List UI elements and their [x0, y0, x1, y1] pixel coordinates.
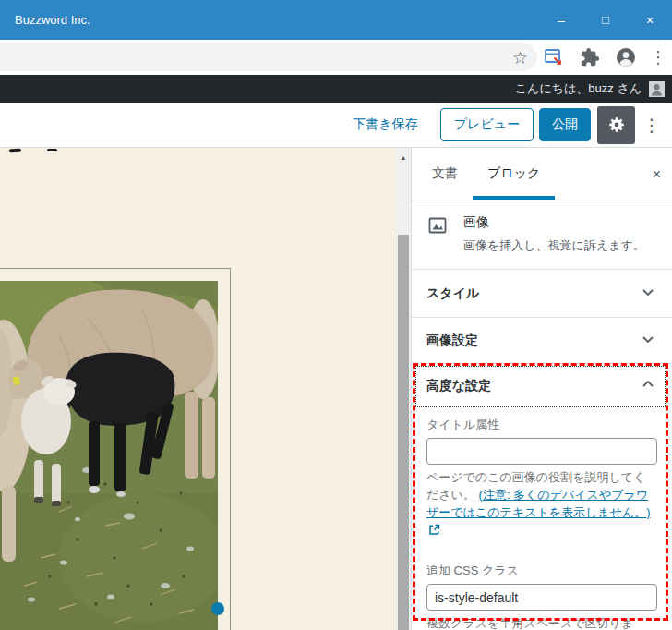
editor-content: ▲ 文書 ブロック × 画像 — [0, 148, 672, 630]
panel-image-settings[interactable]: 画像設定 — [412, 318, 672, 364]
css-class-input[interactable] — [426, 584, 657, 611]
block-title: 画像 — [463, 214, 645, 231]
user-avatar-icon[interactable] — [649, 81, 665, 97]
sidebar-close-button[interactable]: × — [653, 148, 661, 200]
triangle-up-icon: ▲ — [401, 154, 407, 161]
block-card: 画像 画像を挿入し、視覚に訴えます。 — [412, 200, 672, 270]
browser-toolbar-icons: ⋮ — [542, 40, 666, 75]
publish-button[interactable]: 公開 — [539, 108, 591, 141]
clipped-toolbar-fragment — [47, 149, 57, 151]
title-attr-label: タイトル属性 — [426, 417, 657, 433]
panel-advanced-label: 高度な設定 — [426, 378, 491, 394]
canvas-scrollbar[interactable]: ▲ — [396, 148, 411, 630]
window-title: Buzzword Inc. — [15, 13, 90, 27]
tab-block[interactable]: ブロック — [473, 148, 555, 200]
panel-advanced-body: タイトル属性 ページでのこの画像の役割を説明してください。 (注意: 多くのデバ… — [412, 407, 672, 630]
block-description: 画像を挿入し、視覚に訴えます。 — [463, 237, 645, 254]
gear-icon — [606, 115, 627, 135]
save-draft-button[interactable]: 下書き保存 — [353, 116, 417, 133]
bookmark-star-icon[interactable]: ☆ — [512, 49, 528, 67]
settings-sidebar: 文書 ブロック × 画像 画像を挿入し、視覚に訴えます。 — [411, 148, 672, 630]
css-class-label: 追加 CSS クラス — [426, 563, 657, 579]
close-icon: × — [653, 166, 661, 183]
scrollbar-thumb[interactable] — [398, 235, 409, 630]
sidebar-tabs: 文書 ブロック × — [412, 148, 672, 200]
resize-handle[interactable] — [211, 602, 224, 615]
close-button[interactable]: × — [628, 0, 672, 40]
chevron-down-icon — [639, 283, 657, 304]
image-block-icon — [426, 214, 449, 255]
minimize-button[interactable]: – — [539, 0, 583, 40]
block-card-text: 画像 画像を挿入し、視覚に訴えます。 — [463, 214, 645, 255]
browser-toolbar: ☆ — [0, 40, 672, 75]
css-class-help: 複数クラスを半角スペースで区切ります。 — [426, 615, 657, 630]
external-link-icon — [428, 524, 440, 541]
maximize-button[interactable]: □ — [583, 0, 628, 40]
panel-image-settings-label: 画像設定 — [426, 333, 478, 349]
extension-screenshot-icon[interactable] — [542, 45, 566, 69]
sheep-photo[interactable] — [0, 281, 218, 630]
scroll-up-button[interactable]: ▲ — [396, 148, 411, 166]
panel-style-label: スタイル — [426, 285, 479, 302]
window-controls: – □ × — [539, 0, 672, 40]
chevron-down-icon — [639, 330, 657, 351]
tab-document[interactable]: 文書 — [417, 148, 473, 200]
clipped-toolbar-fragment — [9, 149, 21, 153]
wp-admin-bar: こんにちは、buzz さん — [0, 75, 672, 103]
settings-gear-button[interactable] — [597, 106, 635, 144]
browser-window: Buzzword Inc. – □ × ☆ — [0, 0, 672, 630]
browser-menu-icon[interactable]: ⋮ — [650, 49, 666, 66]
window-titlebar: Buzzword Inc. – □ × — [0, 0, 672, 40]
chevron-up-icon — [639, 375, 657, 396]
panel-advanced-header[interactable]: 高度な設定 — [412, 364, 672, 407]
panel-style[interactable]: スタイル — [412, 270, 672, 318]
extensions-puzzle-icon[interactable] — [578, 45, 602, 69]
profile-avatar-icon[interactable] — [614, 45, 638, 69]
editor-toolbar: 下書き保存 プレビュー 公開 ⋮ — [0, 103, 672, 148]
editor-more-menu-icon[interactable]: ⋮ — [641, 115, 663, 136]
admin-greeting[interactable]: こんにちは、buzz さん — [515, 80, 642, 97]
editor-canvas[interactable] — [0, 148, 396, 630]
address-bar[interactable]: ☆ — [0, 43, 537, 71]
preview-button[interactable]: プレビュー — [440, 108, 534, 141]
title-attr-input[interactable] — [426, 438, 657, 465]
title-attr-help: ページでのこの画像の役割を説明してください。 (注意: 多くのデバイスやブラウザ… — [426, 469, 657, 540]
